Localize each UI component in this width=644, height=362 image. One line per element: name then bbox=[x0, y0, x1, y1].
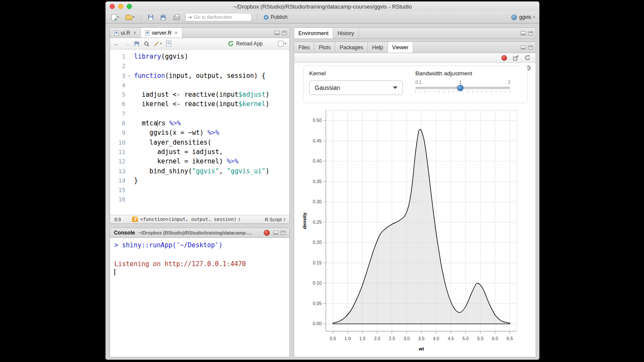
slider-handle[interactable] bbox=[457, 85, 464, 91]
tab-server-r[interactable]: Rserver.R× bbox=[141, 28, 182, 38]
code-line[interactable]: 12 kernel = ikernel) %>% bbox=[110, 157, 289, 166]
tab-viewer[interactable]: Viewer bbox=[388, 42, 413, 53]
line-number: 15 bbox=[110, 185, 125, 195]
window-titlebar[interactable]: ~/Dropbox (RStudio)/RStudio/training/dat… bbox=[106, 2, 539, 11]
maximize-pane-icon[interactable] bbox=[528, 45, 533, 50]
back-icon[interactable]: ← bbox=[113, 41, 119, 47]
new-file-button[interactable]: ▾ bbox=[110, 13, 120, 21]
svg-text:0.35: 0.35 bbox=[313, 179, 322, 184]
minimize-window-button[interactable] bbox=[118, 4, 123, 9]
code-line[interactable]: 3▾function(input, output, session) { bbox=[110, 71, 289, 80]
tab-label: Packages bbox=[340, 45, 363, 50]
code-line[interactable]: 11 adjust = iadjust, bbox=[110, 147, 289, 157]
maximize-pane-icon[interactable] bbox=[528, 31, 533, 36]
close-tab-icon[interactable]: × bbox=[175, 30, 178, 36]
tab-label: History bbox=[337, 30, 354, 36]
code-line[interactable]: 14} bbox=[110, 176, 289, 185]
code-line[interactable]: 16 bbox=[110, 195, 289, 204]
project-label: ggvis bbox=[519, 14, 531, 20]
source-pane: Rui.R×Rserver.R× ← → ▾ Reload App bbox=[110, 27, 290, 224]
tab-ui-r[interactable]: Rui.R× bbox=[110, 28, 141, 38]
code-line[interactable]: 10 layer_densities( bbox=[110, 138, 289, 147]
toolbar-separator bbox=[141, 14, 141, 21]
slider-track[interactable] bbox=[415, 87, 510, 89]
viewer-stop-icon[interactable] bbox=[501, 55, 507, 61]
close-window-button[interactable] bbox=[110, 4, 115, 9]
tab-environment[interactable]: Environment bbox=[294, 28, 333, 39]
tab-history[interactable]: History bbox=[333, 28, 359, 39]
code-line[interactable]: 4 bbox=[110, 80, 289, 90]
search-icon[interactable] bbox=[144, 41, 149, 47]
code-line[interactable]: 6 ikernel <- reactive(input$kernel) bbox=[110, 99, 289, 109]
code-line[interactable]: 9 ggvis(x = ~wt) %>% bbox=[110, 128, 289, 137]
maximize-pane-icon[interactable] bbox=[280, 231, 286, 235]
close-tab-icon[interactable]: × bbox=[133, 30, 136, 36]
bandwidth-slider[interactable]: 0.1 1 2 bbox=[415, 80, 510, 93]
console-pane: Console ~/Dropbox (RStudio)/RStudio/trai… bbox=[110, 228, 290, 357]
minimize-pane-icon[interactable] bbox=[273, 231, 278, 235]
publish-button[interactable]: Publish bbox=[262, 13, 289, 21]
forward-icon[interactable]: → bbox=[124, 41, 130, 47]
open-in-new-window-icon[interactable] bbox=[513, 55, 519, 61]
code-line[interactable]: 15 bbox=[110, 185, 289, 195]
svg-text:0.5: 0.5 bbox=[330, 336, 336, 341]
stop-icon[interactable] bbox=[264, 230, 270, 236]
reload-app-button[interactable]: Reload App bbox=[228, 41, 262, 47]
viewer-pane: FilesPlotsPackagesHelpViewer Kernel Gaus… bbox=[294, 42, 536, 357]
maximize-pane-icon[interactable] bbox=[282, 31, 287, 35]
code-line[interactable]: 13 bind_shiny("ggvis", "ggvis_ui") bbox=[110, 166, 289, 176]
console-output[interactable]: > shiny::runApp('~/Desktop') Listening o… bbox=[110, 238, 289, 357]
publish-icon bbox=[264, 15, 268, 20]
code-line[interactable]: 1library(ggvis) bbox=[110, 52, 289, 61]
project-menu[interactable]: ggvis ▾ bbox=[511, 14, 535, 20]
line-number: 16 bbox=[110, 195, 125, 204]
line-number: 14 bbox=[110, 176, 125, 185]
svg-text:5.5: 5.5 bbox=[477, 336, 483, 341]
save-icon[interactable] bbox=[134, 41, 140, 47]
line-number: 4 bbox=[110, 80, 125, 90]
goto-input[interactable] bbox=[194, 15, 249, 20]
svg-text:3.0: 3.0 bbox=[403, 336, 410, 341]
minimize-pane-icon[interactable] bbox=[521, 45, 526, 50]
svg-text:1.0: 1.0 bbox=[345, 336, 351, 341]
line-number: 5 bbox=[110, 90, 125, 99]
save-button[interactable] bbox=[146, 13, 155, 21]
svg-text:density: density bbox=[302, 212, 307, 229]
reload-app-label: Reload App bbox=[236, 41, 262, 47]
minimize-pane-icon[interactable] bbox=[274, 31, 280, 35]
tab-plots[interactable]: Plots bbox=[314, 42, 335, 53]
function-context-button[interactable]: <function>(input, output, session) bbox=[140, 217, 236, 222]
source-options-button[interactable]: ▾ bbox=[278, 41, 286, 47]
print-button[interactable] bbox=[172, 14, 181, 21]
code-line[interactable]: 7 bbox=[110, 109, 289, 119]
open-file-button[interactable]: ▾ bbox=[124, 14, 136, 21]
fold-icon[interactable]: ▾ bbox=[128, 71, 130, 81]
tab-help[interactable]: Help bbox=[368, 42, 388, 53]
code-line[interactable]: 8 mtcars %>% bbox=[110, 119, 289, 128]
code-editor[interactable]: 1library(ggvis)23▾function(input, output… bbox=[110, 50, 289, 215]
kernel-select[interactable]: Gaussian bbox=[309, 80, 403, 95]
refresh-icon[interactable] bbox=[525, 55, 531, 61]
zoom-window-button[interactable] bbox=[127, 4, 132, 9]
console-line: Listening on http://127.0.0.1:4470 bbox=[114, 259, 289, 269]
svg-text:0.45: 0.45 bbox=[313, 138, 322, 143]
code-tools-button[interactable]: ▾ bbox=[154, 41, 162, 47]
chevron-down-icon: ▾ bbox=[117, 15, 119, 19]
tab-packages[interactable]: Packages bbox=[335, 42, 368, 53]
goto-file-search[interactable]: ➜ bbox=[185, 13, 252, 21]
svg-text:0.00: 0.00 bbox=[313, 321, 322, 326]
doc-type-button[interactable]: R Script bbox=[265, 217, 282, 222]
document-icon bbox=[278, 41, 283, 47]
viewer-toolbar bbox=[294, 53, 536, 63]
code-line[interactable]: 2 bbox=[110, 61, 289, 71]
code-line[interactable]: 5 iadjust <- reactive(input$adjust) bbox=[110, 90, 289, 99]
tab-label: server.R bbox=[152, 30, 172, 36]
tab-label: Viewer bbox=[392, 45, 408, 50]
viewer-tabbar: FilesPlotsPackagesHelpViewer bbox=[294, 42, 536, 53]
controls-panel: Kernel Gaussian Bandwidth adjustment 0.1… bbox=[303, 65, 528, 103]
save-all-button[interactable] bbox=[159, 13, 168, 21]
compile-notebook-icon[interactable] bbox=[166, 41, 171, 47]
minimize-pane-icon[interactable] bbox=[521, 31, 526, 36]
tab-files[interactable]: Files bbox=[294, 42, 314, 53]
printer-icon bbox=[173, 16, 180, 20]
